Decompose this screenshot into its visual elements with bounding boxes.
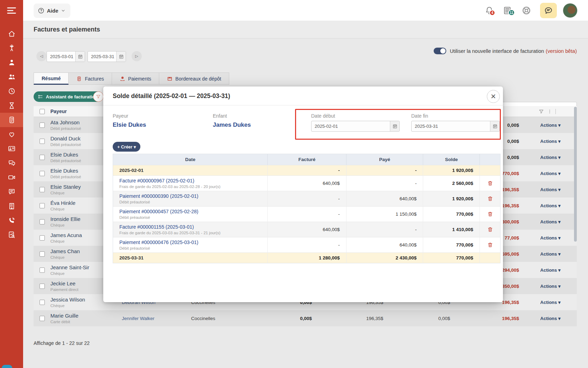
entry-link[interactable]: Facture #000000967 (2025-02-01) <box>119 178 220 183</box>
sidebar-item-note[interactable] <box>0 185 23 199</box>
sidebar-item-hourglass[interactable] <box>0 98 23 113</box>
select-all-checkbox[interactable] <box>40 109 45 114</box>
row-checkbox[interactable] <box>40 171 45 176</box>
actions-button[interactable]: Actions ▾ <box>540 316 561 321</box>
child-name-link[interactable]: James Dukes <box>213 121 251 129</box>
sidebar-item-messages[interactable] <box>0 156 23 170</box>
row-checkbox[interactable] <box>40 219 45 224</box>
row-checkbox[interactable] <box>40 284 45 289</box>
close-button[interactable]: ✕ <box>487 90 500 103</box>
row-checkbox[interactable] <box>40 300 45 305</box>
child-name-link[interactable]: Jennifer Walker <box>122 316 191 321</box>
trash-icon[interactable] <box>487 242 493 248</box>
tab-paiements[interactable]: Paiements <box>112 72 159 85</box>
entry-link[interactable]: Facture #000001155 (2025-03-01) <box>119 224 220 230</box>
heart-icon <box>8 130 16 138</box>
filter-button[interactable] <box>93 91 104 102</box>
date-to-input[interactable] <box>88 51 116 62</box>
menu-icon[interactable] <box>5 5 18 16</box>
sidebar-item-heart[interactable] <box>0 127 23 141</box>
messenger-peek[interactable] <box>2 365 12 368</box>
sidebar-item-reports[interactable] <box>0 228 23 242</box>
invoiced-amount: - <box>268 191 346 206</box>
row-checkbox[interactable] <box>40 251 45 257</box>
entry-link[interactable]: Paiement #000000476 (2025-03-01) <box>119 239 198 245</box>
prev-period-button[interactable]: ◁ <box>36 51 47 61</box>
sidebar-item-id-card[interactable] <box>0 141 23 156</box>
actions-button[interactable]: Actions ▾ <box>540 187 561 192</box>
tab-bordereaux-de-depot[interactable]: Bordereaux de dépôt <box>159 72 229 85</box>
summary-paid: 2 430,00$ <box>346 253 424 263</box>
sidebar-item-building[interactable] <box>0 199 23 213</box>
modal-date-end-input[interactable] <box>412 121 490 131</box>
modal-date-start-input[interactable] <box>312 121 390 131</box>
funnel-icon[interactable] <box>539 109 544 114</box>
row-checkbox[interactable] <box>40 235 45 241</box>
sidebar-item-phone[interactable] <box>0 213 23 228</box>
actions-button[interactable]: Actions ▾ <box>540 300 561 305</box>
avatar[interactable] <box>563 3 578 18</box>
row-checkbox[interactable] <box>40 187 45 192</box>
sidebar-item-home[interactable] <box>0 27 23 41</box>
date-from-input[interactable] <box>47 51 75 62</box>
actions-cell: Actions ▾ <box>524 299 577 305</box>
sidebar-item-child[interactable] <box>0 41 23 55</box>
news-badge: 11 <box>508 9 515 16</box>
trash-icon[interactable] <box>487 180 493 186</box>
payer-name-link[interactable]: Elsie Dukes <box>113 121 146 129</box>
sidebar-item-educator[interactable] <box>0 55 23 70</box>
next-period-button[interactable]: ▷ <box>132 51 142 61</box>
row-checkbox[interactable] <box>40 316 45 321</box>
trash-icon[interactable] <box>487 196 493 202</box>
chat-button[interactable] <box>540 3 557 18</box>
tab-factures[interactable]: Factures <box>69 72 112 85</box>
actions-button[interactable]: Actions ▾ <box>540 139 561 144</box>
billing-assistant-label: Assistant de facturation <box>46 94 98 99</box>
actions-button[interactable]: Actions ▾ <box>540 219 561 224</box>
sidebar-item-people[interactable] <box>0 70 23 84</box>
sidebar-item-video[interactable] <box>0 170 23 185</box>
summary-invoiced: - <box>268 165 346 175</box>
row-checkbox-cell <box>34 251 50 257</box>
actions-button[interactable]: Actions ▾ <box>540 251 561 257</box>
beta-toggle[interactable] <box>434 48 446 54</box>
actions-button[interactable]: Actions ▾ <box>540 268 561 273</box>
row-checkbox[interactable] <box>40 123 45 128</box>
actions-button[interactable]: Actions ▾ <box>540 203 561 208</box>
sidebar-item-billing[interactable] <box>0 113 23 127</box>
sidebar <box>0 0 23 368</box>
calendar-icon[interactable] <box>75 51 85 62</box>
actions-button[interactable]: Actions ▾ <box>540 123 561 128</box>
help-button[interactable]: Aide <box>34 4 70 18</box>
balance-amount: 1 920,00$ <box>423 191 480 206</box>
row-checkbox[interactable] <box>40 139 45 144</box>
tab-resume[interactable]: Résumé <box>34 72 69 85</box>
calendar-icon[interactable] <box>116 51 126 62</box>
create-button[interactable]: + Créer ▾ <box>113 142 140 152</box>
actions-button[interactable]: Actions ▾ <box>540 235 561 241</box>
scrollbar-thumb[interactable] <box>574 107 577 242</box>
support-lifering-icon[interactable] <box>522 6 531 15</box>
entry-link[interactable]: Paiement #000000457 (2025-02-28) <box>119 209 198 214</box>
kebab-menu-icon[interactable] <box>547 109 552 114</box>
row-checkbox[interactable] <box>40 155 45 160</box>
trash-icon[interactable] <box>487 227 493 232</box>
row-checkbox-cell <box>34 139 50 144</box>
invoiced-amount: 640,00$ <box>268 176 346 191</box>
invoice-icon <box>76 76 82 82</box>
actions-button[interactable]: Actions ▾ <box>540 155 561 160</box>
calendar-icon[interactable] <box>490 121 499 131</box>
balance-detail-row: Facture #000000967 (2025-02-01)Frais de … <box>113 175 500 191</box>
calendar-icon[interactable] <box>390 121 399 131</box>
sidebar-item-clock[interactable] <box>0 84 23 98</box>
trash-icon[interactable] <box>487 211 493 217</box>
row-checkbox[interactable] <box>40 203 45 208</box>
balance-table: Date Facturé Payé Solde 2025-02-01--1 92… <box>113 154 500 263</box>
actions-cell: Actions ▾ <box>524 235 577 241</box>
actions-button[interactable]: Actions ▾ <box>540 171 561 176</box>
pagination-summary: Affichage de 1 - 22 sur 22 <box>34 340 90 346</box>
home-icon <box>8 30 16 38</box>
entry-link[interactable]: Paiement #000000390 (2025-02-01) <box>119 193 198 199</box>
actions-button[interactable]: Actions ▾ <box>540 284 561 289</box>
row-checkbox[interactable] <box>40 268 45 273</box>
